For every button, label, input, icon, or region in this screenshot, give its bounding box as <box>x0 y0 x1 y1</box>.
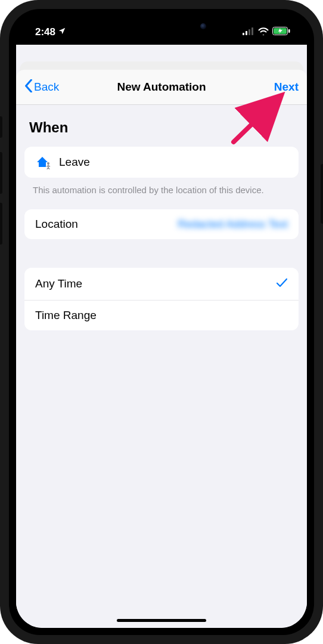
time-option-label: Any Time <box>35 277 82 290</box>
time-option-label: Time Range <box>35 309 97 322</box>
battery-icon <box>272 26 290 38</box>
svg-rect-3 <box>251 27 253 35</box>
svg-rect-1 <box>246 31 247 35</box>
time-options-card: Any Time Time Range <box>24 268 299 330</box>
svg-rect-6 <box>288 29 290 33</box>
wifi-icon <box>258 26 269 38</box>
trigger-card[interactable]: Leave <box>24 147 299 178</box>
cellular-signal-icon <box>243 26 254 38</box>
front-camera <box>200 23 206 29</box>
trigger-label: Leave <box>59 156 90 169</box>
time-option-time-range[interactable]: Time Range <box>24 300 299 330</box>
back-button[interactable]: Back <box>24 79 59 95</box>
location-label: Location <box>35 218 78 231</box>
checkmark-icon <box>276 276 288 292</box>
location-card[interactable]: Location Redacted Address Text <box>24 209 299 239</box>
svg-rect-2 <box>249 29 250 35</box>
home-leave-icon <box>35 155 53 169</box>
page-title: New Automation <box>16 80 307 94</box>
location-services-icon <box>58 26 66 38</box>
time-option-any-time[interactable]: Any Time <box>24 268 299 300</box>
navigation-bar: Back New Automation Next <box>16 70 307 105</box>
location-value: Redacted Address Text <box>178 218 288 231</box>
trigger-footnote: This automation is controlled by the loc… <box>16 178 307 196</box>
svg-rect-0 <box>243 33 244 35</box>
section-header-when: When <box>16 105 307 143</box>
home-indicator[interactable] <box>117 619 206 622</box>
status-time: 2:48 <box>35 26 55 38</box>
back-label: Back <box>34 80 59 94</box>
next-button[interactable]: Next <box>274 80 299 94</box>
chevron-left-icon <box>24 79 33 95</box>
